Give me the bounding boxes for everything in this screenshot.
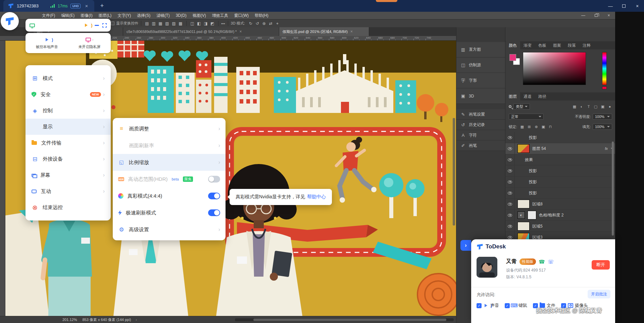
panel-tab[interactable]: 路径 <box>535 92 550 100</box>
panel-collapse-tab[interactable]: › <box>460 240 471 251</box>
panel-tab[interactable]: 图层 <box>505 92 520 100</box>
more-options-icon[interactable]: ••• <box>221 22 225 26</box>
document-tab[interactable]: 假期生活.psd @ 201% (区域4, RGB/8#)× <box>279 27 369 36</box>
ps-menu-item[interactable]: 帮助(H) <box>252 12 271 19</box>
session-tab[interactable]: 129742383 17ms UHD × <box>3 0 94 12</box>
ps-menu-item[interactable]: 文件(F) <box>39 12 58 19</box>
visibility-toggle[interactable] <box>505 210 515 220</box>
help-center-link[interactable]: 帮助中心 <box>307 194 326 200</box>
toggle-switch[interactable] <box>208 176 220 183</box>
layer-row[interactable]: 投影 <box>505 188 615 199</box>
display-submenu-item[interactable]: 真彩模式(4:4:4) <box>113 188 226 204</box>
lock-icon[interactable]: ⊞ <box>527 125 532 129</box>
threed-mode-icon[interactable]: ↺ <box>254 21 260 26</box>
panel-tab[interactable]: 图案 <box>550 41 564 49</box>
show-transform-checkbox[interactable] <box>111 22 114 25</box>
blend-mode-select[interactable]: 正常 <box>509 114 544 120</box>
privacy-screen-button[interactable]: › 未开启隐私屏 <box>68 33 111 53</box>
document-tab[interactable]: c5e7c806589d59ad988225cd977d13b011.psd @… <box>123 27 279 36</box>
status-chevron-icon[interactable]: › <box>136 318 137 322</box>
canvas-horizontal-scrollbar[interactable] <box>235 318 454 321</box>
document-close-icon[interactable]: × <box>239 29 242 34</box>
permission-checkbox[interactable] <box>561 303 566 308</box>
panel-tab[interactable]: 渐变 <box>520 41 535 49</box>
lock-icon[interactable]: ⊕ <box>534 125 539 129</box>
mask-thumbnail[interactable] <box>528 211 536 219</box>
display-submenu-item[interactable]: 高级设置› <box>113 221 226 238</box>
ps-close-button[interactable]: × <box>602 12 615 19</box>
display-submenu-item[interactable]: 画质调整› <box>113 120 226 137</box>
align-icon[interactable]: ▤ <box>144 21 150 26</box>
toolbar-handle[interactable] <box>376 0 397 2</box>
volume-icon[interactable] <box>85 24 88 27</box>
permission-item[interactable]: 键鼠 <box>505 302 527 309</box>
display-submenu-item[interactable]: 高动态范围(HDR)beta限免 <box>113 171 226 188</box>
visibility-toggle[interactable] <box>505 154 515 165</box>
panel-rail-button[interactable]: 字字形 <box>456 73 505 88</box>
ps-menu-item[interactable]: 滤镜(T) <box>153 12 172 19</box>
todesk-menu-item[interactable]: 互动› <box>26 183 111 199</box>
align-icon[interactable]: ▧ <box>164 21 170 26</box>
ps-minimize-button[interactable]: — <box>577 12 590 19</box>
layer-thumbnail[interactable] <box>517 200 530 208</box>
window-minimize-button[interactable]: — <box>604 0 617 12</box>
lock-icon[interactable]: ⊓ <box>548 125 553 129</box>
distribute-icon[interactable]: ◧ <box>196 21 202 26</box>
panel-tab[interactable]: 注释 <box>579 41 594 49</box>
annotate-button[interactable]: 开启批注 <box>588 290 610 298</box>
lock-icon[interactable]: ▦ <box>520 125 525 129</box>
todesk-menu-item[interactable]: 安全NEW› <box>26 86 111 103</box>
todesk-menu-item[interactable]: 文件传输› <box>26 135 111 151</box>
panel-rail-button[interactable]: A字符 <box>456 130 505 140</box>
panel-tab[interactable]: 通道 <box>520 92 535 100</box>
layer-row[interactable]: ◐色相/饱和度 2 <box>505 210 615 221</box>
toggle-switch[interactable] <box>208 209 220 216</box>
ps-restore-button[interactable] <box>590 12 602 19</box>
visibility-toggle[interactable] <box>505 165 515 176</box>
todesk-menu-item[interactable]: 控制› <box>26 103 111 119</box>
visibility-toggle[interactable] <box>505 143 515 154</box>
panel-rail-button[interactable]: ✎画笔设置 <box>456 109 505 120</box>
threed-mode-icon[interactable]: ⇄ <box>268 21 274 26</box>
zoom-level[interactable]: 201.12% <box>62 318 77 322</box>
ps-menu-item[interactable]: 图像(I) <box>78 12 95 19</box>
layer-row[interactable]: 区域8 <box>505 199 615 210</box>
todesk-floating-logo[interactable] <box>1 12 19 30</box>
permission-checkbox[interactable] <box>533 303 538 308</box>
layer-row[interactable]: 效果 <box>505 154 615 165</box>
permission-item[interactable]: 摄像头 <box>561 302 588 309</box>
align-icon[interactable]: ▩ <box>178 21 184 26</box>
threed-mode-icon[interactable]: ↻ <box>248 21 254 26</box>
visibility-toggle[interactable] <box>505 188 515 198</box>
tab-close-button[interactable]: × <box>84 3 90 9</box>
layer-thumbnail[interactable] <box>517 222 530 231</box>
panel-rail-button[interactable]: ↺历史记录 <box>456 120 505 130</box>
layer-thumbnail[interactable] <box>517 144 530 153</box>
panel-rail-button[interactable]: ✐画笔 <box>456 140 505 151</box>
permission-item[interactable]: 文件 <box>533 302 555 309</box>
layer-row[interactable]: 投影 <box>505 165 615 176</box>
layer-filter-icon[interactable]: T <box>586 105 591 109</box>
align-icon[interactable]: ▦ <box>157 21 163 26</box>
align-icon[interactable]: ▥ <box>151 21 157 26</box>
ps-menu-item[interactable]: 3D(D) <box>173 12 190 19</box>
todesk-menu-item[interactable]: 结束远控 <box>26 199 111 215</box>
ps-menu-item[interactable]: 图层(L) <box>96 12 115 19</box>
visibility-toggle[interactable] <box>505 176 515 187</box>
todesk-menu-item[interactable]: 屏幕› <box>26 167 111 183</box>
layer-filter-icon[interactable]: ▣ <box>600 105 605 109</box>
distribute-icon[interactable]: ◫ <box>189 21 195 26</box>
permission-item[interactable]: 声音 <box>477 302 499 309</box>
adjustment-icon[interactable]: ◐ <box>517 211 525 219</box>
layer-row[interactable]: 区域5 <box>505 221 615 232</box>
distribute-icon[interactable]: ◩ <box>209 21 215 26</box>
document-close-icon[interactable]: × <box>350 29 353 34</box>
toggle-switch[interactable] <box>208 193 220 199</box>
saturation-brightness-picker[interactable] <box>523 52 586 85</box>
threed-mode-icon[interactable]: ⌖ <box>275 21 281 26</box>
ps-menu-item[interactable]: 选择(S) <box>134 12 153 19</box>
layer-filter-icon[interactable]: ◐ <box>579 105 584 109</box>
display-submenu-item[interactable]: 比例缩放› <box>113 154 226 171</box>
ps-menu-item[interactable]: 文字(Y) <box>114 12 134 19</box>
ps-menu-item[interactable]: 增效工具 <box>209 12 231 19</box>
